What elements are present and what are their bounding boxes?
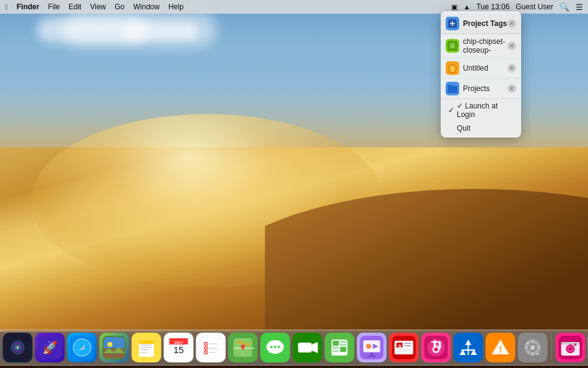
svg-rect-71 [333,347,339,349]
item2-icon [446,61,459,75]
dock-icon-notes[interactable] [132,333,162,362]
svg-point-105 [530,345,535,350]
dock-icon-appstore[interactable] [454,333,483,362]
popup-item-2[interactable]: Untitled ✕ [441,58,521,79]
item1-icon [446,39,459,53]
item1-label: chip-chipset-closeup- [463,37,508,55]
quit-label: Quit [448,124,470,133]
svg-rect-37 [141,349,150,351]
messages-icon [264,336,287,359]
dock-icon-reminders[interactable] [196,333,226,362]
svg-rect-2 [450,43,455,48]
system-prefs-icon [521,336,545,359]
svg-rect-50 [209,348,218,349]
item3-close-button[interactable]: ✕ [508,84,516,93]
dock-icon-finder[interactable] [0,333,1,362]
svg-point-32 [108,342,113,347]
svg-text:15: 15 [173,344,184,355]
wifi-icon: ▲ [464,3,470,11]
svg-text:!: ! [499,344,502,354]
svg-point-60 [270,346,273,348]
launch-at-login-label: ✓ Launch at Login [457,102,514,119]
go-menu[interactable]: Go [115,2,124,11]
launchpad-icon: 🚀 [38,336,62,359]
maps-icon [231,336,255,359]
dock-icon-news[interactable]: N [389,333,419,362]
svg-rect-35 [141,344,152,346]
dock-icon-siri[interactable] [3,333,33,362]
window-menu[interactable]: Window [133,2,160,11]
svg-rect-68 [333,341,339,346]
dock-icon-messages[interactable] [261,333,290,362]
svg-rect-3 [446,44,448,45]
svg-rect-73 [340,347,347,352]
dock-icon-ia-writer[interactable]: ! [486,333,516,362]
item1-close-button[interactable]: ✕ [508,42,516,50]
svg-rect-95 [431,341,441,343]
desktop:  Finder File Edit View Go Window Help ▣… [0,0,588,368]
siri-icon [6,336,30,359]
ia-writer-icon: ! [489,336,512,359]
item3-icon [446,82,459,95]
item2-label: Untitled [463,64,508,72]
svg-rect-109 [538,347,541,348]
svg-rect-84 [405,343,412,344]
svg-rect-48 [209,343,218,344]
dock-icon-facetime[interactable] [293,333,322,362]
checkmark-icon: ✓ [448,106,454,115]
control-center-icon[interactable]: ☰ [576,2,583,12]
sketch-icon [446,62,459,74]
dock-icon-numbers[interactable] [325,333,355,362]
popup-item-1[interactable]: chip-chipset-closeup- ✕ [441,34,521,58]
photos-icon [103,336,126,359]
numbers-icon [328,336,352,359]
keynote-icon [360,336,384,359]
svg-rect-5 [451,40,452,42]
view-menu[interactable]: View [90,2,106,11]
search-icon[interactable]: 🔍 [560,2,569,12]
quit-item[interactable]: Quit [441,121,521,135]
finder-menu[interactable]: Finder [17,2,40,11]
item2-close-button[interactable]: ✕ [508,64,516,72]
popup-item-3[interactable]: Projects ✕ [441,79,521,99]
svg-rect-38 [141,352,147,353]
svg-rect-52 [209,352,215,353]
dock-icon-keynote[interactable] [357,333,387,362]
dock-icon-safari[interactable] [67,333,97,362]
tag-icon [447,18,458,29]
file-menu[interactable]: File [48,2,59,11]
dock-icon-photos[interactable] [100,333,129,362]
itunes-icon [425,336,448,359]
svg-rect-72 [333,350,339,352]
dock-icon-launchpad[interactable]: 🚀 [35,333,65,362]
edit-menu[interactable]: Edit [69,2,82,11]
dock-icon-camera[interactable] [556,333,586,362]
apple-logo[interactable]:  [5,2,8,12]
svg-rect-108 [525,347,528,348]
svg-point-19 [17,346,19,349]
svg-rect-78 [368,356,376,357]
svg-rect-69 [340,341,347,343]
reminders-icon [199,336,223,359]
safari-icon [71,336,94,359]
dock-icon-system-prefs[interactable] [518,333,548,362]
dock-icon-calendar[interactable]: JULY 15 [164,333,194,362]
folder-icon [446,82,459,95]
svg-rect-64 [298,343,312,353]
popup-close-button[interactable]: ✕ [508,19,516,28]
item3-label: Projects [463,84,508,93]
launch-at-login-item[interactable]: ✓ ✓ Launch at Login [441,99,521,121]
svg-point-61 [274,346,277,348]
dock-icon-itunes[interactable] [422,333,451,362]
battery-icon: ▣ [451,3,457,11]
svg-rect-70 [340,344,347,346]
svg-point-62 [278,346,280,348]
help-menu[interactable]: Help [168,2,184,11]
svg-rect-94 [434,340,436,348]
svg-rect-4 [457,44,459,45]
appstore-icon [457,336,480,359]
dock-icon-maps[interactable] [228,333,258,362]
svg-rect-36 [141,347,152,348]
svg-point-79 [366,344,371,349]
dock: 🚀 [0,330,588,366]
